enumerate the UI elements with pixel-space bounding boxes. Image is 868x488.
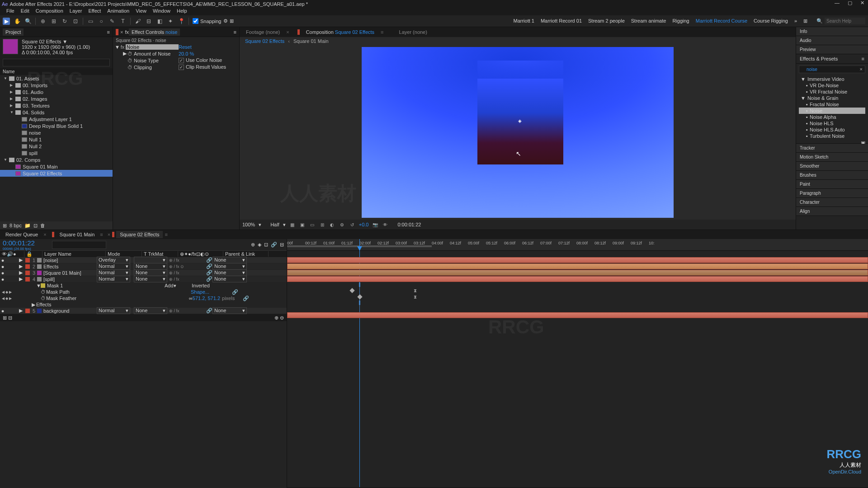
snap-grid-icon[interactable]: ⊞ bbox=[230, 18, 234, 24]
layer-parent-select[interactable]: None▾ bbox=[212, 276, 247, 282]
project-item[interactable]: ▶01. Audio bbox=[0, 89, 113, 95]
layer-switches[interactable]: ⊕ / fx bbox=[167, 309, 206, 313]
minimize-button[interactable]: — bbox=[835, 0, 840, 6]
layer-twirl[interactable]: ▶ bbox=[19, 270, 24, 276]
menu-effect[interactable]: Effect bbox=[85, 8, 104, 15]
snap-options-icon[interactable]: ⚙ bbox=[223, 18, 228, 24]
stopwatch-icon[interactable]: ⏱ bbox=[41, 296, 46, 301]
hand-tool[interactable]: ✋ bbox=[14, 18, 21, 25]
preset-item[interactable]: ▼Noise & Grain bbox=[799, 95, 865, 101]
tl-icon-4[interactable]: 🔗 bbox=[271, 242, 277, 248]
project-item[interactable]: ▶00. Imports bbox=[0, 82, 113, 89]
mask-name[interactable]: Mask 1 bbox=[47, 283, 110, 288]
timeline-layer[interactable]: ● ▶ 2 Effects Normal▾ None▾ ⊕ / fx ⊙ 🔗 N… bbox=[0, 263, 287, 270]
align-panel[interactable]: Align bbox=[796, 207, 868, 216]
res-caret[interactable]: ▾ bbox=[283, 222, 286, 228]
preset-item[interactable]: ▼Immersive Video bbox=[799, 76, 865, 82]
project-item[interactable]: ▼01. Assets bbox=[0, 75, 113, 82]
layer-name[interactable]: background bbox=[42, 308, 97, 314]
preset-item[interactable]: ▪VR Fractal Noise bbox=[799, 89, 865, 95]
snapshot-icon[interactable]: 📷 bbox=[372, 221, 378, 228]
layer-trkmat-select[interactable]: None▾ bbox=[134, 263, 167, 270]
menu-animation[interactable]: Animation bbox=[104, 8, 132, 15]
project-trash-icon[interactable]: 🗑 bbox=[40, 223, 45, 228]
orbit-tool[interactable]: ⊕ bbox=[39, 18, 47, 25]
audio-panel[interactable]: Audio bbox=[796, 36, 868, 45]
keyframe-marker[interactable] bbox=[359, 300, 360, 305]
project-item[interactable]: ▶02. Images bbox=[0, 95, 113, 102]
layer-trkmat-select[interactable]: None▾ bbox=[134, 307, 167, 314]
layer-mode-select[interactable]: Normal▾ bbox=[97, 269, 130, 276]
layer-visibility[interactable]: ● bbox=[0, 308, 5, 314]
stopwatch-icon[interactable]: ⏱ bbox=[127, 51, 134, 56]
stopwatch-icon[interactable]: ⏱ bbox=[127, 58, 134, 63]
color-mgmt-icon[interactable]: ⚙ bbox=[339, 221, 345, 228]
menu-edit[interactable]: Edit bbox=[18, 8, 32, 15]
effect-panel-menu[interactable]: ≡ bbox=[234, 29, 236, 35]
workspace-3[interactable]: Stream animate bbox=[631, 18, 666, 24]
viewer-timecode[interactable]: 0:00:01:22 bbox=[397, 222, 421, 227]
footage-tab[interactable]: Footage (none) bbox=[242, 28, 283, 36]
timeline-search-input[interactable] bbox=[52, 241, 106, 249]
project-new-folder-icon[interactable]: 📁 bbox=[24, 223, 31, 229]
clone-tool[interactable]: ⊟ bbox=[145, 18, 152, 25]
workspace-menu-icon[interactable]: ⊞ bbox=[803, 18, 807, 24]
workspace-6[interactable]: Course Rigging bbox=[754, 18, 788, 24]
layer-twirl[interactable]: ▶ bbox=[19, 276, 24, 282]
exposure-value[interactable]: +0.0 bbox=[359, 222, 369, 227]
rect-tool[interactable]: ▭ bbox=[87, 18, 94, 25]
effect-prop-value[interactable]: 20.0 % bbox=[179, 51, 237, 56]
project-item[interactable]: ▶03. Textures bbox=[0, 102, 113, 109]
project-item[interactable]: ▼02. Comps bbox=[0, 156, 113, 163]
layer-bar[interactable] bbox=[287, 270, 868, 276]
roto-tool[interactable]: ✦ bbox=[167, 18, 174, 25]
preset-item[interactable]: ▪Noise bbox=[799, 108, 865, 114]
composition-viewer[interactable]: ◈ ↖ bbox=[240, 45, 796, 220]
tl-icon-1[interactable]: ⊕ bbox=[251, 242, 255, 248]
project-sel-name[interactable]: Square 02 Effects ▼ bbox=[22, 39, 90, 44]
tracker-panel[interactable]: Tracker bbox=[796, 144, 868, 153]
keyframe[interactable] bbox=[349, 288, 354, 293]
keyframe-ease[interactable] bbox=[414, 294, 417, 299]
anchor-point-icon[interactable]: ◈ bbox=[518, 118, 522, 123]
snapping-checkbox[interactable] bbox=[193, 18, 198, 24]
project-item[interactable]: Square 02 Effects bbox=[0, 170, 113, 177]
layer-bar[interactable] bbox=[287, 312, 868, 318]
layer-visibility[interactable]: ● bbox=[0, 277, 5, 282]
preset-item[interactable]: ▪Noise HLS bbox=[799, 120, 865, 127]
layer-color-label[interactable] bbox=[25, 258, 30, 263]
preset-item[interactable]: ▪VR De-Noise bbox=[799, 82, 865, 89]
timeline-tab-2[interactable]: Square 02 Effects bbox=[116, 231, 163, 238]
mask-mode-select[interactable]: Add▾ bbox=[165, 283, 187, 289]
workspace-overflow[interactable]: » bbox=[794, 18, 797, 24]
menu-file[interactable]: File bbox=[4, 8, 17, 15]
character-panel[interactable]: Character bbox=[796, 198, 868, 207]
timeline-tab-render[interactable]: Render Queue bbox=[2, 231, 42, 238]
preset-item[interactable]: ▪Fractal Noise bbox=[799, 101, 865, 108]
current-timecode[interactable]: 0:00:01:22 bbox=[3, 239, 35, 247]
effect-fx-toggle[interactable]: fx bbox=[119, 44, 126, 50]
brush-tool[interactable]: 🖌 bbox=[134, 18, 142, 25]
anchor-tool[interactable]: ⊡ bbox=[72, 18, 79, 25]
workspace-0[interactable]: Marriott 1 bbox=[513, 18, 534, 24]
comp-chain-1[interactable]: Square 01 Main bbox=[291, 38, 331, 44]
timeline-layer[interactable]: ● ▶ 3 [Square 01 Main] Normal▾ None▾ ⊕ /… bbox=[0, 270, 287, 276]
link-icon[interactable]: 🔗 bbox=[243, 296, 249, 301]
help-search-input[interactable] bbox=[825, 18, 865, 24]
preset-item[interactable]: ▪Noise Alpha bbox=[799, 114, 865, 120]
layer-trkmat-select[interactable]: None▾ bbox=[134, 269, 167, 276]
project-item[interactable]: Adjustment Layer 1 bbox=[0, 116, 113, 122]
project-interpret-icon[interactable]: ⊞ bbox=[3, 223, 7, 229]
transparency-grid-icon[interactable]: ▦ bbox=[289, 221, 296, 228]
composition-tab[interactable]: Composition Square 02 Effects bbox=[302, 28, 378, 36]
layer-color-label[interactable] bbox=[25, 309, 30, 313]
timeline-layer[interactable]: ● ▶ 1 [noise] Overlay▾ ▾ ⊕ / fx 🔗 None▾ bbox=[0, 257, 287, 263]
workspace-2[interactable]: Stream 2 people bbox=[588, 18, 625, 24]
mask-caret[interactable]: ▼ bbox=[36, 283, 41, 288]
menu-view[interactable]: View bbox=[133, 8, 149, 15]
layer-twirl[interactable]: ▶ bbox=[19, 263, 24, 269]
project-item[interactable]: ▼04. Solids bbox=[0, 109, 113, 116]
preset-search-input[interactable] bbox=[799, 66, 865, 73]
zoom-tool[interactable]: 🔍 bbox=[24, 18, 32, 25]
layer-trkmat-select[interactable]: None▾ bbox=[134, 276, 167, 282]
